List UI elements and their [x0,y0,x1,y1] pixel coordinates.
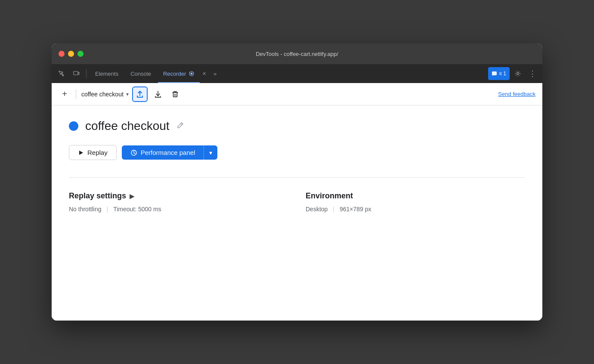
tab-console[interactable]: Console [125,64,156,83]
recorder-icon [189,71,195,77]
performance-icon [130,149,137,156]
performance-panel-label: Performance panel [141,149,195,156]
settings-separator-1: | [106,206,108,213]
trash-icon [171,90,179,98]
replay-settings-label: Replay settings [69,191,126,201]
add-recording-button[interactable]: + [59,88,71,100]
issues-badge[interactable]: ≡ 1 [488,67,510,80]
maximize-button[interactable] [77,51,84,57]
recording-title: coffee checkout [85,119,170,133]
recorder-toolbar: + coffee checkout ▾ [52,83,542,105]
titlebar-buttons [59,51,84,57]
more-options-button[interactable]: ⋮ [526,67,539,80]
export-recording-button[interactable] [132,86,148,102]
settings-arrow-icon: ▶ [130,193,134,200]
svg-rect-6 [173,93,177,97]
more-tabs-button[interactable]: » [209,67,222,80]
performance-panel-dropdown[interactable]: ▾ [204,145,217,160]
settings-button[interactable] [511,67,524,80]
gear-icon [514,70,521,77]
environment-heading: Environment [306,191,525,201]
tab-recorder[interactable]: Recorder [158,64,200,83]
pencil-icon [176,121,184,129]
comment-icon [492,71,497,77]
performance-panel-group: Performance panel ▾ [122,145,218,160]
recording-name: coffee checkout [81,91,124,98]
recorder-main: coffee checkout Replay [52,105,542,321]
tab-elements[interactable]: Elements [90,64,124,83]
send-feedback-button[interactable]: Send feedback [498,91,535,97]
replay-settings-detail: No throttling | Timeout: 5000 ms [69,206,288,213]
chevron-down-icon: ▾ [126,91,129,97]
svg-line-9 [181,123,182,125]
settings-section: Replay settings ▶ No throttling | Timeou… [69,177,525,213]
replay-label: Replay [87,149,108,156]
delete-recording-button[interactable] [168,87,182,101]
import-recording-button[interactable] [151,87,165,101]
edit-title-button[interactable] [176,121,184,131]
svg-rect-4 [492,71,497,75]
recorder-tab-close[interactable]: × [201,69,207,78]
play-icon [78,150,84,156]
svg-rect-0 [74,71,78,75]
environment-label: Environment [306,191,353,201]
window-title: DevTools - coffee-cart.netlify.app/ [256,51,338,57]
recording-header: coffee checkout [69,119,525,133]
timeout-value: Timeout: 5000 ms [113,206,161,213]
recorder-toolbar-divider [76,89,76,99]
settings-separator-2: | [333,206,334,213]
toolbar-divider-1 [86,69,87,78]
console-tab-label: Console [130,71,151,77]
svg-rect-1 [78,72,80,74]
recording-status-dot [69,121,78,131]
recorder-tab-label: Recorder [163,71,186,77]
svg-point-5 [517,73,519,75]
export-icon [136,90,144,98]
viewport-size: 961×789 px [340,206,371,213]
replay-settings: Replay settings ▶ No throttling | Timeou… [69,191,288,213]
recording-actions: Replay Performance panel ▾ [69,145,525,160]
replay-button[interactable]: Replay [69,145,117,160]
download-icon [154,90,162,98]
titlebar: DevTools - coffee-cart.netlify.app/ [52,43,542,64]
add-icon: + [62,89,67,99]
environment-detail: Desktop | 961×789 px [306,206,525,213]
environment-settings: Environment Desktop | 961×789 px [306,191,525,213]
svg-point-3 [191,73,193,75]
minimize-button[interactable] [68,51,74,57]
viewport-type: Desktop [306,206,328,213]
throttling-value: No throttling [69,206,101,213]
devtools-window: DevTools - coffee-cart.netlify.app/ Elem… [52,43,542,321]
recording-selector[interactable]: coffee checkout ▾ [81,91,129,98]
elements-tab-label: Elements [95,71,118,77]
devtools-toolbar: Elements Console Recorder × » ≡ 1 [52,64,542,83]
close-button[interactable] [59,51,65,57]
device-toggle-button[interactable] [70,67,83,80]
performance-panel-button[interactable]: Performance panel [122,145,204,160]
inspect-element-button[interactable] [55,67,68,80]
replay-settings-heading[interactable]: Replay settings ▶ [69,191,288,201]
badge-count: ≡ 1 [499,71,506,77]
